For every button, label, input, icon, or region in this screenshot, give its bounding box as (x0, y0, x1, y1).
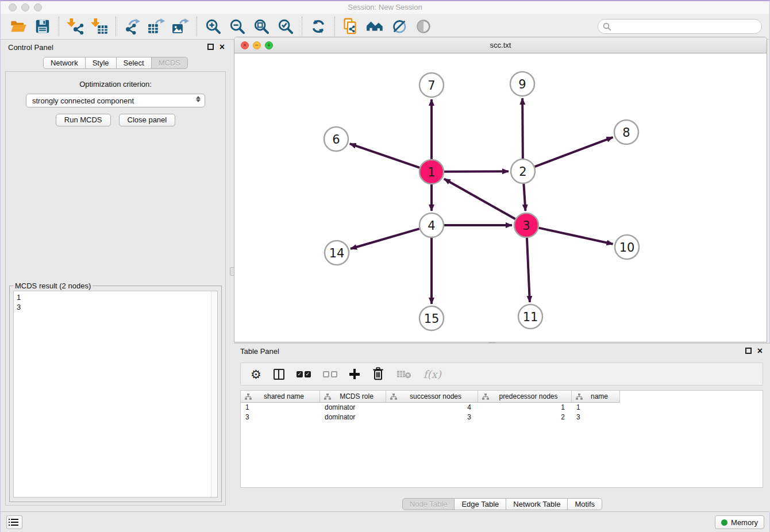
houses-icon (366, 19, 384, 34)
optimization-criterion-select[interactable]: strongly connected component (26, 94, 205, 107)
new-network-from-selection-button[interactable] (339, 16, 363, 37)
status-bar: Memory (1, 511, 769, 532)
tab-motifs[interactable]: Motifs (568, 498, 602, 510)
zoom-selected-button[interactable] (274, 16, 298, 37)
open-session-button[interactable] (6, 16, 30, 37)
mcds-result-title: MCDS result (2 nodes) (13, 282, 93, 290)
network-graph[interactable]: 7968124314101511 (234, 53, 767, 342)
node-label-10: 10 (619, 241, 635, 255)
mcds-result-textarea[interactable]: 13 (13, 291, 218, 498)
add-column-button[interactable] (349, 369, 360, 379)
table-panel-tabs: Node TableEdge TableNetwork TableMotifs (234, 498, 770, 510)
export-table-button[interactable] (144, 16, 168, 37)
show-columns-button[interactable] (274, 369, 284, 380)
first-neighbors-button[interactable] (363, 16, 387, 37)
show-hide-panel-button[interactable] (411, 16, 436, 37)
column-header-label: predecessor nodes (492, 392, 571, 400)
tab-mcds[interactable]: MCDS (152, 57, 188, 69)
tab-style[interactable]: Style (86, 57, 117, 69)
edge-3-1[interactable] (444, 179, 515, 219)
window-title: Session: New Session (1, 3, 769, 11)
control-panel: Control Panel × NetworkStyleSelectMCDS O… (1, 40, 230, 512)
export-image-button[interactable] (168, 16, 192, 37)
table-cell[interactable]: 4 (386, 403, 478, 413)
node-table[interactable]: shared nameMCDS rolesuccessor nodesprede… (240, 390, 763, 488)
column-header-name[interactable]: name (572, 391, 620, 403)
table-options-button[interactable]: ⚙ (251, 368, 261, 380)
tab-edge-table[interactable]: Edge Table (455, 498, 506, 510)
column-header-MCDS-role[interactable]: MCDS role (320, 391, 386, 403)
column-tree-icon (245, 394, 252, 400)
import-network-button[interactable] (63, 16, 87, 37)
edge-2-9[interactable] (522, 98, 523, 159)
table-cell[interactable]: dominator (320, 403, 386, 413)
table-cell[interactable]: 3 (241, 413, 320, 422)
search-icon (603, 22, 611, 31)
tab-network-table[interactable]: Network Table (506, 498, 568, 510)
zoom-in-button[interactable] (201, 16, 225, 37)
column-tree-icon (324, 394, 331, 400)
tab-node-table[interactable]: Node Table (402, 498, 455, 510)
table-row[interactable]: 1dominator411 (241, 403, 763, 413)
close-panel-button[interactable]: Close panel (119, 114, 176, 126)
mcds-result-lines: 13 (14, 291, 217, 313)
column-header-shared-name[interactable]: shared name (241, 391, 320, 403)
export-network-button[interactable] (120, 16, 144, 37)
table-cell[interactable]: 1 (572, 403, 620, 413)
refresh-layout-button[interactable] (306, 16, 330, 37)
table-cell[interactable]: 2 (478, 413, 572, 422)
save-session-button[interactable] (30, 16, 55, 37)
run-mcds-button[interactable]: Run MCDS (56, 114, 111, 126)
import-table-icon (91, 18, 108, 34)
table-cell[interactable]: 1 (478, 403, 572, 413)
network-view-window: × − + scc.txt 7968124314101511 (234, 37, 767, 342)
function-builder-button-disabled[interactable]: f(x) (424, 368, 441, 380)
table-cell[interactable]: 3 (386, 413, 478, 422)
table-cell[interactable]: 1 (241, 403, 320, 413)
control-panel-tabs: NetworkStyleSelectMCDS (1, 57, 230, 69)
deselect-all-columns-button[interactable] (323, 371, 337, 377)
table-row[interactable]: 3dominator323 (241, 413, 763, 422)
zoom-fit-button[interactable] (249, 16, 274, 37)
select-all-columns-button[interactable]: ✓ ✓ (297, 371, 311, 377)
column-header-successor-nodes[interactable]: successor nodes (386, 391, 478, 403)
edge-4-14[interactable] (351, 229, 419, 249)
main-toolbar (1, 14, 769, 40)
edge-2-3[interactable] (523, 184, 525, 211)
edge-3-11[interactable] (527, 238, 530, 302)
memory-status-dot (721, 519, 727, 526)
float-panel-icon[interactable] (207, 44, 214, 50)
edge-1-2[interactable] (444, 171, 509, 172)
node-label-15: 15 (424, 312, 440, 326)
toggle-graphics-details-button[interactable] (387, 16, 411, 37)
table-cell[interactable]: dominator (320, 413, 386, 422)
edge-3-10[interactable] (538, 228, 613, 244)
search-input[interactable] (598, 19, 762, 34)
task-history-button[interactable] (6, 515, 22, 529)
memory-button[interactable]: Memory (715, 515, 764, 529)
edge-1-6[interactable] (350, 144, 420, 168)
unchecked-box-icon (323, 371, 329, 377)
column-header-predecessor-nodes[interactable]: predecessor nodes (478, 391, 572, 403)
float-table-panel-icon[interactable] (745, 348, 752, 354)
unchecked-box-icon (331, 371, 337, 377)
node-label-4: 4 (428, 219, 435, 233)
zoom-out-button[interactable] (225, 16, 249, 37)
tab-select[interactable]: Select (117, 57, 152, 69)
toolbar-separator (116, 17, 116, 36)
network-window-title: scc.txt (234, 41, 767, 49)
close-table-panel-icon[interactable]: × (757, 348, 763, 354)
tab-network[interactable]: Network (43, 57, 86, 69)
import-table-button[interactable] (87, 16, 111, 37)
close-panel-icon[interactable]: × (220, 44, 225, 50)
save-floppy-icon (35, 19, 50, 34)
delete-table-button-disabled[interactable] (396, 369, 411, 379)
delete-column-button[interactable] (372, 367, 384, 381)
column-header-label: shared name (255, 392, 319, 400)
select-stepper-icon (196, 96, 201, 102)
table-cell[interactable]: 3 (572, 413, 620, 422)
result-scrollbar[interactable] (211, 291, 217, 497)
column-header-label: successor nodes (401, 392, 478, 400)
column-tree-icon (482, 394, 489, 400)
edge-2-8[interactable] (535, 137, 613, 167)
